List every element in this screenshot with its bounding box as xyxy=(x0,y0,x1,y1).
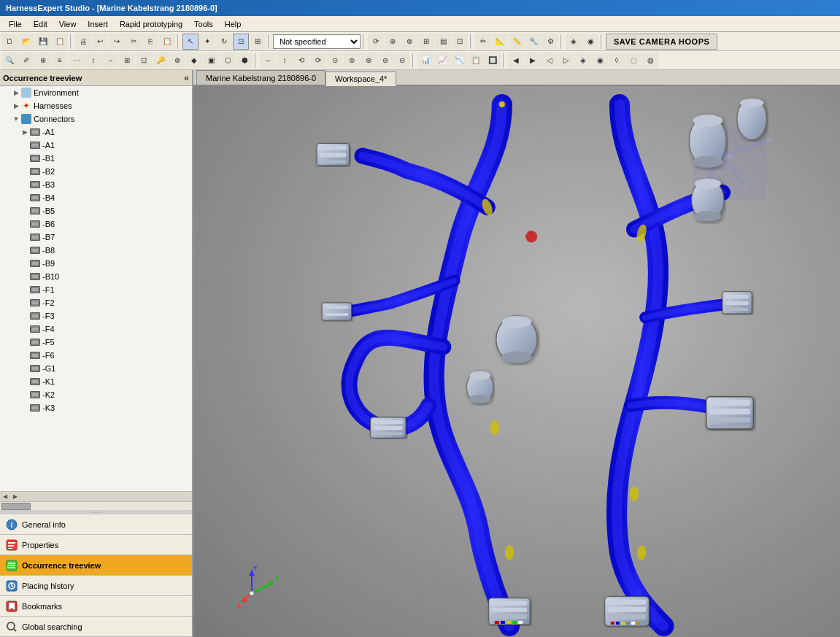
menu-tools[interactable]: Tools xyxy=(188,18,219,30)
tree-node-f6[interactable]: -F6 xyxy=(0,349,192,362)
treeview-collapse-btn[interactable]: « xyxy=(184,73,189,83)
t2-btn6[interactable]: ↕ xyxy=(85,53,101,69)
print-btn[interactable]: 🖨 xyxy=(75,34,91,50)
redo-btn[interactable]: ↪ xyxy=(109,34,125,50)
tree-nav-left[interactable]: ◀ xyxy=(0,492,10,502)
t2-btn1[interactable]: 🔍 xyxy=(1,53,18,69)
tree-node-k2[interactable]: -K2 xyxy=(0,388,192,401)
tree-node-b3[interactable]: -B3 xyxy=(0,178,192,191)
t2-btn23[interactable]: ⊜ xyxy=(377,53,393,69)
tree-node-b9[interactable]: -B9 xyxy=(0,257,192,270)
tree-node-environment[interactable]: ▶ Environment xyxy=(0,86,192,99)
tree-node-f1[interactable]: -F1 xyxy=(0,283,192,296)
view-btn3[interactable]: ⊗ xyxy=(401,34,417,50)
paste-btn[interactable]: 📋 xyxy=(159,34,175,50)
point-btn[interactable]: ✦ xyxy=(199,34,215,50)
tree-node-b8[interactable]: -B8 xyxy=(0,244,192,257)
side-btn-occurrence-treeview[interactable]: Occurrence treeview xyxy=(0,555,192,576)
view-btn2[interactable]: ⊕ xyxy=(385,34,401,50)
tree-node-f3[interactable]: -F3 xyxy=(0,309,192,323)
filter-btn[interactable]: ⊡ xyxy=(233,34,249,50)
t2-btn20[interactable]: ⊙ xyxy=(327,53,343,69)
tree-node-f5[interactable]: -F5 xyxy=(0,336,192,349)
t2-btn18[interactable]: ⟲ xyxy=(293,53,309,69)
side-btn-general-info[interactable]: i General info xyxy=(0,514,192,535)
t2-btn13[interactable]: ▣ xyxy=(203,53,219,69)
select-btn[interactable]: ↖ xyxy=(182,34,199,50)
tree-node-b5[interactable]: -B5 xyxy=(0,204,192,217)
tree-node-f2[interactable]: -F2 xyxy=(0,296,192,309)
t2-btn36[interactable]: ◊ xyxy=(609,53,625,69)
t2-btn12[interactable]: ◆ xyxy=(186,53,202,69)
extra2[interactable]: ◉ xyxy=(582,34,598,50)
tree-node-b2[interactable]: -B2 xyxy=(0,165,192,178)
tool2[interactable]: 📐 xyxy=(492,34,508,50)
extra1[interactable]: ◈ xyxy=(566,34,582,50)
t2-btn3[interactable]: ⊕ xyxy=(35,53,51,69)
t2-btn17[interactable]: ↕ xyxy=(277,53,293,69)
t2-btn26[interactable]: 📈 xyxy=(434,53,450,69)
t2-btn15[interactable]: ⬢ xyxy=(236,53,253,69)
t2-btn8[interactable]: ⊞ xyxy=(119,53,135,69)
tree-node-harnesses[interactable]: ▶ ✦ Harnesses xyxy=(0,99,192,112)
tree-node-connectors[interactable]: ▼ Connectors xyxy=(0,112,192,126)
side-btn-bookmarks[interactable]: Bookmarks xyxy=(0,596,192,617)
3d-viewport[interactable]: X Y Z xyxy=(193,86,840,637)
side-btn-placing-history[interactable]: Placing history xyxy=(0,576,192,596)
rotate-btn[interactable]: ↻ xyxy=(216,34,232,50)
specification-dropdown[interactable]: Not specified xyxy=(273,34,361,49)
t2-btn30[interactable]: ◀ xyxy=(508,53,524,69)
t2-btn2[interactable]: ✐ xyxy=(18,53,34,69)
cut-btn[interactable]: ✂ xyxy=(126,34,142,50)
t2-btn31[interactable]: ▶ xyxy=(525,53,541,69)
tree-node-a1-second[interactable]: -A1 xyxy=(0,139,192,152)
t2-btn16[interactable]: ↔ xyxy=(260,53,276,69)
save-as-btn[interactable]: 📋 xyxy=(52,34,68,50)
t2-btn11[interactable]: ⊗ xyxy=(169,53,185,69)
tree-content[interactable]: ▶ Environment ▶ ✦ Harnesses ▼ Connectors xyxy=(0,86,192,491)
save-btn[interactable]: 💾 xyxy=(35,34,51,50)
tool4[interactable]: 🔧 xyxy=(525,34,542,50)
t2-btn24[interactable]: ⊝ xyxy=(394,53,410,69)
menu-rapid[interactable]: Rapid prototyping xyxy=(114,18,188,30)
tree-nav-right[interactable]: ▶ xyxy=(10,492,20,502)
tab-workspace4[interactable]: Workspace_4* xyxy=(325,72,396,86)
tree-node-b10[interactable]: -B10 xyxy=(0,270,192,283)
undo-btn[interactable]: ↩ xyxy=(92,34,108,50)
side-btn-properties[interactable]: Properties xyxy=(0,535,192,555)
filter2-btn[interactable]: ⊞ xyxy=(250,34,266,50)
t2-btn38[interactable]: ◍ xyxy=(642,53,658,69)
menu-view[interactable]: View xyxy=(53,18,82,30)
tool1[interactable]: ✏ xyxy=(475,34,491,50)
tool5[interactable]: ⚙ xyxy=(542,34,558,50)
menu-file[interactable]: File xyxy=(3,18,28,30)
t2-btn34[interactable]: ◈ xyxy=(575,53,591,69)
t2-btn28[interactable]: 📋 xyxy=(468,53,484,69)
t2-btn14[interactable]: ⬡ xyxy=(220,53,236,69)
tree-node-f4[interactable]: -F4 xyxy=(0,323,192,336)
t2-btn37[interactable]: ◌ xyxy=(625,53,641,69)
save-camera-hoops-btn[interactable]: SAVE CAMERA HOOPS xyxy=(606,34,717,50)
t2-btn9[interactable]: ⊡ xyxy=(136,53,152,69)
t2-btn5[interactable]: ⋯ xyxy=(69,53,85,69)
tree-node-k1[interactable]: -K1 xyxy=(0,375,192,388)
t2-btn4[interactable]: ≡ xyxy=(52,53,68,69)
h-scroll-thumb[interactable] xyxy=(1,503,31,510)
tree-node-b1[interactable]: -B1 xyxy=(0,152,192,165)
tree-node-a1-first[interactable]: ▶ -A1 xyxy=(0,126,192,139)
tab-marine[interactable]: Marine Kabelstrang 2180896-0 xyxy=(196,70,325,85)
copy-btn[interactable]: ⎘ xyxy=(142,34,158,50)
new-btn[interactable]: 🗋 xyxy=(1,34,18,50)
view-btn1[interactable]: ⟳ xyxy=(368,34,384,50)
tree-node-k3[interactable]: -K3 xyxy=(0,401,192,414)
t2-btn29[interactable]: 🔲 xyxy=(485,53,501,69)
tree-node-b7[interactable]: -B7 xyxy=(0,231,192,244)
t2-btn7[interactable]: → xyxy=(102,53,118,69)
t2-btn25[interactable]: 📊 xyxy=(417,53,434,69)
t2-btn32[interactable]: ◁ xyxy=(542,53,558,69)
t2-btn21[interactable]: ⊚ xyxy=(344,53,360,69)
t2-btn19[interactable]: ⟳ xyxy=(310,53,326,69)
tree-node-b6[interactable]: -B6 xyxy=(0,217,192,231)
t2-btn33[interactable]: ▷ xyxy=(558,53,574,69)
menu-edit[interactable]: Edit xyxy=(28,18,53,30)
